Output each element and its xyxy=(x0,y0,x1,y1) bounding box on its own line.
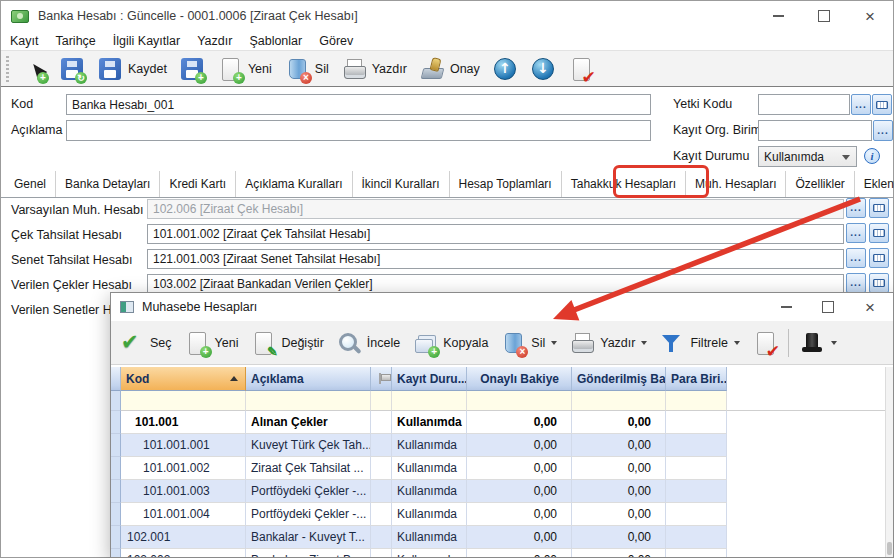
dialog-toolbar-button[interactable]: × Sil xyxy=(494,328,563,358)
filter-cell-kayit-durumu[interactable] xyxy=(392,391,467,411)
filter-cell-aciklama[interactable] xyxy=(246,391,371,411)
tab[interactable]: Muh. Hesapları xyxy=(686,171,786,197)
account-lookup-button[interactable] xyxy=(846,273,866,293)
kayit-org-input[interactable] xyxy=(758,120,872,141)
account-keyboard-button[interactable] xyxy=(869,273,889,293)
menu-item[interactable]: Tarihçe xyxy=(56,34,96,48)
toolbar-button[interactable] xyxy=(486,54,524,84)
dialog-toolbar-button[interactable] xyxy=(793,328,843,358)
table-row[interactable]: 101.001.004 Portföydeki Çekler -... Kull… xyxy=(111,503,885,526)
menu-item[interactable]: Şablonlar xyxy=(249,34,302,48)
cell-kayit-durumu: Kullanımda xyxy=(392,457,467,480)
account-lookup-button[interactable] xyxy=(846,223,866,243)
table-row[interactable]: 101.001.001 Kuveyt Türk Çek Tah... Kulla… xyxy=(111,434,885,457)
table-row[interactable]: 101.001.003 Portföydeki Çekler -... Kull… xyxy=(111,480,885,503)
column-header-gonderilmis[interactable]: Gönderilmiş Ba... xyxy=(572,367,666,391)
aciklama-input[interactable] xyxy=(66,120,651,141)
filter-cell-kod[interactable] xyxy=(121,391,246,411)
stamp-icon xyxy=(419,56,445,82)
dialog-toolbar-button[interactable] xyxy=(788,329,789,357)
info-icon[interactable] xyxy=(864,148,880,164)
account-lookup-button[interactable] xyxy=(846,198,866,218)
column-header-kayit-durumu[interactable]: Kayıt Duru... xyxy=(392,367,467,391)
account-keyboard-button[interactable] xyxy=(869,198,889,218)
tab[interactable]: Tahakkuk Hesapları xyxy=(562,171,686,197)
dialog-toolbar-button[interactable] xyxy=(746,328,784,358)
filter-cell-para[interactable] xyxy=(666,391,727,411)
toolbar-button[interactable]: + xyxy=(15,54,53,84)
dialog-toolbar-button[interactable]: Seç xyxy=(113,328,178,358)
toolbar-button[interactable] xyxy=(562,54,600,84)
menu-item[interactable]: Görev xyxy=(319,34,353,48)
column-header-onayli-bakiye[interactable]: Onaylı Bakiye xyxy=(467,367,572,391)
cell-aciklama: Portföydeki Çekler -... xyxy=(246,480,371,503)
kod-input[interactable] xyxy=(66,94,651,115)
dialog-toolbar-button[interactable]: + Yeni xyxy=(178,328,245,358)
dialog-toolbar-button[interactable]: İncele xyxy=(330,328,406,358)
account-field-input[interactable] xyxy=(147,224,844,244)
yetki-keyboard-button[interactable] xyxy=(872,94,892,115)
account-keyboard-button[interactable] xyxy=(869,248,889,268)
vertical-scrollbar[interactable] xyxy=(885,367,893,557)
toolbar-button[interactable]: + xyxy=(173,54,211,84)
tab[interactable]: Eklentiler xyxy=(855,171,894,197)
close-icon[interactable] xyxy=(847,1,893,31)
table-row[interactable]: 102.002 Bankalar - Ziraat Ba... Kullanım… xyxy=(111,549,885,557)
tab[interactable]: Özellikler xyxy=(786,171,854,197)
dialog-toolbar-button[interactable]: Filtrele xyxy=(653,328,746,358)
dialog-toolbar-button[interactable]: + Kopyala xyxy=(406,328,494,358)
maximize-icon[interactable] xyxy=(801,1,847,31)
yetki-kodu-input[interactable] xyxy=(758,94,850,115)
column-header-aciklama[interactable]: Açıklama xyxy=(246,367,371,391)
account-field-input[interactable] xyxy=(147,199,844,219)
menu-item[interactable]: İlgili Kayıtlar xyxy=(113,34,180,48)
tab[interactable]: Açıklama Kuralları xyxy=(236,171,352,197)
table-row[interactable]: 101.001.002 Ziraat Çek Tahsilat ... Kull… xyxy=(111,457,885,480)
dialog-close-icon[interactable] xyxy=(849,293,891,321)
toolbar-button[interactable]: Yazdır xyxy=(335,54,413,84)
filter-cell-gonderilmis[interactable] xyxy=(572,391,666,411)
account-keyboard-button[interactable] xyxy=(869,223,889,243)
table-row[interactable]: 102.001 Bankalar - Kuveyt T... Kullanımd… xyxy=(111,526,885,549)
dialog-minimize-icon[interactable] xyxy=(765,293,807,321)
toolbar-button[interactable]: Kaydet xyxy=(91,54,173,84)
tab[interactable]: Kredi Kartı xyxy=(160,171,236,197)
tab[interactable]: Hesap Toplamları xyxy=(450,171,562,197)
badge-icon: × xyxy=(516,346,528,358)
dialog-toolbar-button[interactable]: Yazdır xyxy=(563,328,653,358)
dialog-titlebar[interactable]: Muhasebe Hesapları xyxy=(111,293,893,321)
column-header-para-birimi[interactable]: Para Biri... xyxy=(666,367,727,391)
column-header-pin[interactable] xyxy=(371,367,392,391)
dialog-maximize-icon[interactable] xyxy=(807,293,849,321)
toolbar-button[interactable]: ↻ xyxy=(53,54,91,84)
account-field-input[interactable] xyxy=(147,274,844,294)
scrollbar-thumb[interactable] xyxy=(887,542,892,555)
cell-pin xyxy=(371,434,392,457)
toolbar-button[interactable]: × Sil xyxy=(278,54,335,84)
menu-item[interactable]: Kayıt xyxy=(10,34,39,48)
toolbar-grip[interactable] xyxy=(6,56,9,82)
kayit-durumu-select[interactable]: Kullanımda xyxy=(758,146,857,167)
tab[interactable]: Genel xyxy=(5,171,56,197)
filter-cell-onayli[interactable] xyxy=(467,391,572,411)
menu-item[interactable]: Yazdır xyxy=(197,34,232,48)
badge-icon: + xyxy=(195,72,207,84)
tab[interactable]: Banka Detayları xyxy=(56,171,160,197)
cell-gonderilmis: 0,00 xyxy=(572,549,666,557)
tab[interactable]: İkincil Kuralları xyxy=(353,171,450,197)
table-row[interactable]: 101.001 Alınan Çekler Kullanımda 0,00 0,… xyxy=(111,411,885,434)
account-field-row: Varsayılan Muh. Hesabı xyxy=(1,198,893,223)
toolbar-button[interactable]: Onay xyxy=(413,54,486,84)
filter-cell-pin[interactable] xyxy=(371,391,392,411)
main-titlebar[interactable]: Banka Hesabı : Güncelle - 0001.0006 [Zir… xyxy=(1,1,893,31)
dialog-toolbar-button[interactable]: ✎ Değiştir xyxy=(244,328,329,358)
column-header-kod[interactable]: Kod xyxy=(121,367,246,391)
yetki-lookup-button[interactable] xyxy=(851,94,871,115)
kayit-org-lookup-button[interactable] xyxy=(873,120,893,141)
badge-icon: + xyxy=(200,346,212,358)
minimize-icon[interactable] xyxy=(755,1,801,31)
toolbar-button[interactable]: + Yeni xyxy=(211,54,278,84)
toolbar-button[interactable] xyxy=(524,54,562,84)
account-field-input[interactable] xyxy=(147,249,844,269)
account-lookup-button[interactable] xyxy=(846,248,866,268)
